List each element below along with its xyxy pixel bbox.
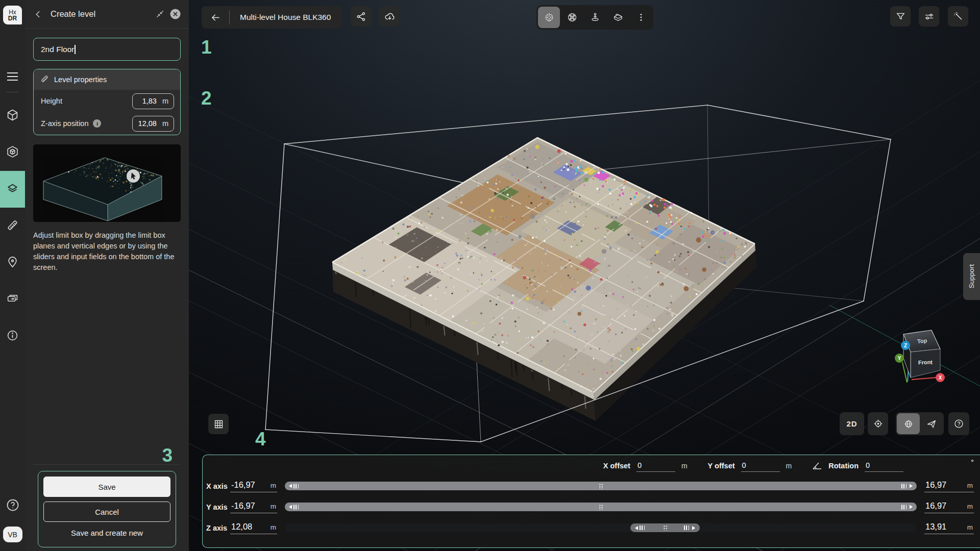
annotation-2: 2 bbox=[201, 89, 212, 108]
logo-text: DR bbox=[8, 15, 17, 21]
sidebar-item-export[interactable] bbox=[0, 281, 25, 318]
download-button[interactable] bbox=[379, 6, 400, 27]
point-cloud-view-button[interactable] bbox=[538, 7, 560, 28]
mesh-view-button[interactable] bbox=[561, 7, 583, 28]
rotation-group: Rotation 0 bbox=[812, 460, 903, 472]
support-tab-label: Support bbox=[968, 264, 975, 288]
info-tooltip-icon[interactable]: i bbox=[93, 119, 101, 128]
y-offset-input[interactable]: 0 bbox=[741, 460, 780, 472]
sidebar-item-assets[interactable] bbox=[0, 97, 25, 134]
info-circle-icon bbox=[6, 329, 19, 344]
view-mode-toolbar bbox=[536, 5, 653, 30]
x-axis-slider[interactable] bbox=[285, 482, 917, 490]
project-title: Multi-level House BLK360 bbox=[230, 13, 342, 22]
limit-box-illustration bbox=[33, 144, 181, 222]
close-icon[interactable] bbox=[167, 7, 183, 22]
z-axis-min-input[interactable]: 12,08 m bbox=[230, 522, 277, 534]
sidebar-item-measure[interactable] bbox=[0, 208, 25, 244]
panorama-view-button[interactable] bbox=[584, 7, 606, 28]
create-level-panel: Create level 2nd Floor Level properties … bbox=[25, 0, 189, 551]
z-axis-max-input[interactable]: 13,91 m bbox=[924, 522, 974, 534]
level-name-value: 2nd Floor bbox=[41, 45, 74, 54]
z-position-unit: m bbox=[162, 119, 168, 128]
y-axis-max-input[interactable]: 16,97 m bbox=[924, 501, 974, 513]
z-axis-row: Z axis 12,08 m 13,91 bbox=[203, 517, 980, 538]
grid-toggle-button[interactable] bbox=[208, 414, 229, 434]
back-arrow-button[interactable] bbox=[202, 6, 229, 29]
viewcube-z-axis[interactable]: Z bbox=[904, 343, 907, 348]
z-position-input[interactable]: 12,08 m bbox=[132, 116, 174, 132]
x-axis-max-input[interactable]: 16,97 m bbox=[924, 480, 974, 492]
annotation-3: 3 bbox=[162, 446, 173, 465]
z-axis-slider-thumb[interactable] bbox=[630, 523, 700, 532]
magic-wand-button[interactable] bbox=[948, 6, 968, 27]
collapse-panel-icon[interactable] bbox=[152, 7, 167, 22]
fly-navigation-button[interactable] bbox=[920, 413, 943, 434]
view-settings-button[interactable] bbox=[919, 6, 939, 27]
y-axis-slider[interactable] bbox=[285, 503, 917, 511]
z-axis-min-unit: m bbox=[271, 523, 276, 531]
y-axis-min-value: -16,97 bbox=[231, 501, 255, 511]
project-titlebar: Multi-level House BLK360 bbox=[202, 6, 342, 29]
z-position-value: 12,08 bbox=[138, 119, 157, 128]
panel-title: Create level bbox=[51, 9, 152, 19]
viewcube-x-axis[interactable]: X bbox=[939, 375, 942, 381]
orbit-globe-button[interactable] bbox=[897, 413, 920, 434]
angle-icon bbox=[812, 462, 822, 470]
viewcube-y-axis[interactable]: Y bbox=[898, 356, 901, 361]
z-axis-max-unit: m bbox=[967, 523, 973, 531]
height-value: 1,83 bbox=[142, 97, 157, 105]
clip-box-view-button[interactable] bbox=[607, 7, 629, 28]
y-axis-row: Y axis -16,97 m 16,97 m bbox=[203, 496, 980, 517]
rotation-degree-unit: ° bbox=[971, 458, 974, 466]
height-input[interactable]: 1,83 m bbox=[132, 93, 174, 109]
sidebar-item-location[interactable] bbox=[0, 244, 25, 281]
viewcube-front-label[interactable]: Front bbox=[918, 359, 933, 366]
cancel-button[interactable]: Cancel bbox=[43, 502, 170, 522]
x-axis-max-unit: m bbox=[967, 482, 973, 489]
level-name-input[interactable]: 2nd Floor bbox=[33, 38, 181, 61]
2d-view-button[interactable]: 2D bbox=[840, 412, 864, 435]
y-axis-min-input[interactable]: -16,97 m bbox=[230, 501, 277, 513]
rotation-label: Rotation bbox=[828, 462, 859, 470]
rotation-input[interactable]: 0 bbox=[865, 460, 903, 472]
z-axis-slider[interactable] bbox=[285, 523, 917, 532]
menu-icon[interactable] bbox=[0, 65, 25, 88]
hxdr-logo[interactable]: Hx DR bbox=[3, 6, 22, 24]
properties-title: Level properties bbox=[54, 76, 107, 84]
support-tab[interactable]: Support bbox=[963, 253, 980, 300]
viewcube-top-label[interactable]: Top bbox=[917, 337, 927, 344]
share-button[interactable] bbox=[351, 6, 371, 27]
save-and-create-new-button[interactable]: Save and create new bbox=[43, 524, 170, 542]
limit-box-help-text: Adjust limit box by dragging the limit b… bbox=[33, 230, 181, 273]
sidebar-item-model[interactable] bbox=[0, 134, 25, 171]
annotation-4: 4 bbox=[255, 430, 266, 448]
height-unit: m bbox=[162, 97, 168, 105]
filter-button[interactable] bbox=[890, 6, 911, 27]
sidebar-item-info[interactable] bbox=[0, 318, 25, 355]
save-button[interactable]: Save bbox=[43, 477, 170, 497]
z-axis-label: Z axis bbox=[206, 524, 230, 532]
back-chevron-icon[interactable] bbox=[31, 7, 45, 21]
pin-icon bbox=[6, 256, 19, 270]
x-axis-row: X axis -16,97 m 16,97 m bbox=[203, 475, 980, 496]
cube-icon bbox=[6, 109, 19, 123]
x-axis-min-input[interactable]: -16,97 m bbox=[230, 480, 277, 492]
more-options-button[interactable] bbox=[630, 7, 652, 28]
user-avatar[interactable]: VB bbox=[3, 527, 22, 542]
help-circle-icon[interactable] bbox=[5, 497, 21, 513]
layers-icon bbox=[6, 182, 19, 197]
locate-button[interactable] bbox=[868, 412, 888, 435]
sidebar-item-levels[interactable] bbox=[0, 171, 25, 208]
x-offset-label: X offset bbox=[603, 462, 630, 470]
annotation-1: 1 bbox=[201, 38, 212, 57]
z-position-row: Z-axis position i 12,08 m bbox=[34, 112, 180, 135]
limit-box-panel: ° X offset 0 m Y offset 0 m Rotation bbox=[202, 455, 980, 548]
x-offset-input[interactable]: 0 bbox=[636, 460, 675, 472]
x-axis-min-value: -16,97 bbox=[231, 480, 255, 490]
y-offset-label: Y offset bbox=[708, 462, 735, 470]
x-axis-min-unit: m bbox=[271, 482, 276, 489]
viewport-3d[interactable]: Top Front Z Y X 1 2 4 Multi-level House … bbox=[189, 0, 980, 551]
panel-footer: Save Cancel Save and create new bbox=[33, 464, 181, 551]
viewport-help-button[interactable] bbox=[948, 412, 969, 435]
